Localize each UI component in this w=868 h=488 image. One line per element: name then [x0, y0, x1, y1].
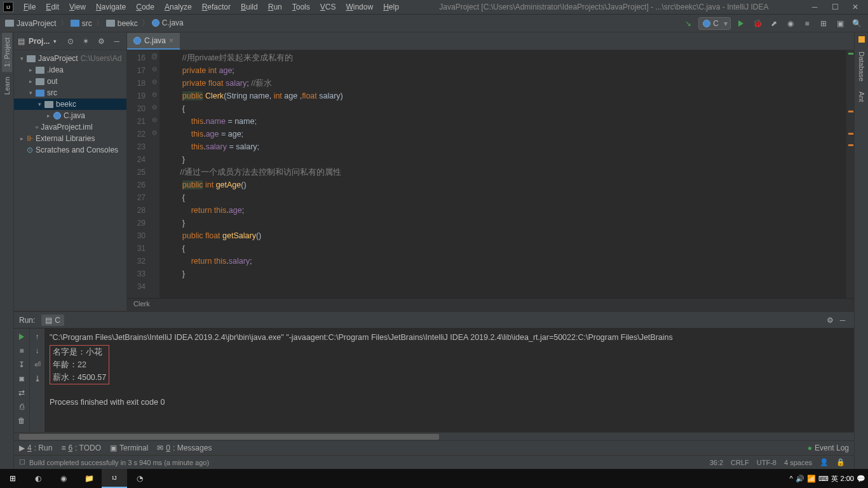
- editor-body[interactable]: 16171819202122232425262728293031323334 @…: [127, 50, 854, 298]
- tree-item-javaprojectiml[interactable]: ▫JavaProject.iml: [14, 121, 126, 133]
- system-tray[interactable]: ^ 🔊 📶 ⌨ 英 2:00 💬: [789, 474, 868, 484]
- menu-edit[interactable]: Edit: [42, 1, 63, 13]
- settings-icon[interactable]: ⚙: [95, 35, 107, 48]
- run-hide-icon[interactable]: ─: [836, 314, 849, 327]
- run-config-select[interactable]: C: [698, 17, 731, 30]
- side-tab-learn[interactable]: Learn: [2, 72, 12, 100]
- tree-item-scratchesandconsoles[interactable]: ⊙Scratches and Consoles: [14, 144, 126, 156]
- explorer-icon[interactable]: 📁: [76, 469, 102, 488]
- bottom-tab-terminal[interactable]: ▣ Terminal: [110, 444, 148, 452]
- up-arrow-icon[interactable]: ↑: [32, 331, 43, 342]
- gutter-marks: @⊖⊖⊖⊖⊖⊖: [149, 50, 159, 298]
- side-tab-database[interactable]: Database: [857, 46, 867, 86]
- line-ending[interactable]: CRLF: [731, 459, 749, 466]
- project-tree[interactable]: ▾JavaProject C:\Users\Ad▸.idea▸out▾src▾b…: [14, 50, 126, 158]
- bottom-tab-6todo[interactable]: ≡ 6: TODO: [61, 444, 101, 452]
- stop-icon[interactable]: ■: [16, 345, 27, 356]
- indent[interactable]: 4 spaces: [784, 459, 812, 466]
- down-icon[interactable]: ↧: [16, 359, 27, 370]
- breadcrumb-c.java[interactable]: C.java: [152, 18, 184, 27]
- delete-icon[interactable]: 🗑: [16, 415, 27, 426]
- bottom-tab-0messages[interactable]: ✉ 0: Messages: [157, 444, 212, 452]
- down-arrow-icon[interactable]: ↓: [32, 345, 43, 356]
- side-tab-ant[interactable]: Ant: [857, 86, 867, 107]
- lock-icon[interactable]: 🔒: [836, 458, 845, 466]
- rerun-icon[interactable]: [16, 331, 27, 342]
- chrome-icon[interactable]: ◉: [51, 469, 76, 488]
- profile-button[interactable]: ◉: [784, 17, 797, 30]
- keyboard-icon[interactable]: ⌨: [818, 475, 829, 483]
- volume-icon[interactable]: 🔊: [796, 475, 804, 483]
- expand-icon[interactable]: ✶: [80, 35, 92, 48]
- menu-build[interactable]: Build: [237, 1, 262, 13]
- ime-indicator[interactable]: 英: [831, 474, 838, 484]
- breadcrumb-src[interactable]: src〉: [71, 18, 105, 29]
- build-hammer-icon[interactable]: ↘: [682, 17, 695, 30]
- tree-item-cjava[interactable]: ▸C.java: [14, 110, 126, 121]
- debug-button[interactable]: 🐞: [751, 17, 764, 30]
- bottom-tab-4run[interactable]: ▶ 4: Run: [19, 444, 52, 452]
- code-area[interactable]: //用private封装起来变成私有的 private int age; pri…: [159, 50, 846, 298]
- wrap-icon[interactable]: ⏎: [32, 359, 43, 370]
- stop-button[interactable]: ■: [801, 17, 813, 30]
- cortana-icon[interactable]: ◐: [25, 469, 51, 488]
- caret-position[interactable]: 36:2: [710, 459, 723, 466]
- menu-view[interactable]: View: [65, 1, 90, 13]
- hide-icon[interactable]: ─: [111, 35, 123, 48]
- export-icon[interactable]: ⎙: [16, 401, 27, 412]
- tree-item-beekc[interactable]: ▾beekc: [14, 98, 126, 110]
- menu-refactor[interactable]: Refactor: [198, 1, 234, 13]
- breadcrumb-javaproject[interactable]: JavaProject〉: [5, 18, 69, 29]
- network-icon[interactable]: 📶: [807, 475, 816, 483]
- vcs-update-icon[interactable]: ⊞: [817, 17, 830, 30]
- coverage-button[interactable]: ⬈: [768, 17, 780, 30]
- menu-code[interactable]: Code: [132, 1, 158, 13]
- tree-item-idea[interactable]: ▸.idea: [14, 64, 126, 76]
- inspector-icon[interactable]: 👤: [820, 458, 829, 466]
- java-file-icon: [133, 37, 141, 44]
- minimize-button[interactable]: ─: [805, 1, 824, 13]
- editor-tab-cjava[interactable]: C.java ×: [127, 33, 180, 50]
- run-settings-icon[interactable]: ⚙: [824, 314, 836, 327]
- status-icon[interactable]: ☐: [19, 458, 25, 466]
- tree-item-out[interactable]: ▸out: [14, 76, 126, 87]
- run-scrollbar[interactable]: [14, 432, 854, 440]
- project-structure-icon[interactable]: ▣: [834, 17, 846, 30]
- run-config-tab[interactable]: ▤ C: [41, 315, 64, 326]
- scroll-icon[interactable]: ⤓: [32, 373, 43, 384]
- encoding[interactable]: UTF-8: [757, 459, 776, 466]
- status-bar: ☐ Build completed successfully in 3 s 94…: [14, 455, 854, 469]
- tree-item-javaproject[interactable]: ▾JavaProject C:\Users\Ad: [14, 53, 126, 64]
- menu-vcs[interactable]: VCS: [316, 1, 340, 13]
- close-tab-icon[interactable]: ×: [169, 36, 173, 45]
- menu-file[interactable]: File: [20, 1, 39, 13]
- tray-up-icon[interactable]: ^: [789, 475, 792, 482]
- terminal-icon[interactable]: ◔: [127, 469, 153, 488]
- notifications-icon[interactable]: 💬: [857, 475, 865, 483]
- maximize-button[interactable]: ☐: [825, 1, 844, 13]
- menu-run[interactable]: Run: [264, 1, 286, 13]
- close-button[interactable]: ✕: [846, 1, 865, 13]
- breadcrumb-beekc[interactable]: beekc〉: [106, 18, 151, 29]
- menu-navigate[interactable]: Navigate: [92, 1, 130, 13]
- tree-item-externallibraries[interactable]: ▸⊪External Libraries: [14, 133, 126, 144]
- run-output[interactable]: "C:\Program Files\JetBrains\IntelliJ IDE…: [44, 329, 854, 432]
- intellij-taskbar-icon[interactable]: IJ: [102, 469, 127, 488]
- locate-icon[interactable]: ⊙: [64, 35, 76, 48]
- menu-analyze[interactable]: Analyze: [161, 1, 196, 13]
- clock[interactable]: 2:00: [841, 475, 854, 482]
- run-button[interactable]: [735, 17, 747, 30]
- menu-window[interactable]: Window: [342, 1, 377, 13]
- search-icon[interactable]: 🔍: [850, 17, 863, 30]
- start-button[interactable]: ⊞: [0, 469, 25, 488]
- capture-icon[interactable]: ◙: [16, 373, 27, 384]
- error-stripe[interactable]: [846, 50, 854, 298]
- run-title: Run:: [19, 316, 35, 325]
- menu-tools[interactable]: Tools: [288, 1, 314, 13]
- side-tab-1project[interactable]: 1: Project: [2, 32, 12, 72]
- editor-breadcrumb[interactable]: Clerk: [127, 298, 854, 311]
- menu-help[interactable]: Help: [379, 1, 403, 13]
- event-log-tab[interactable]: ● Event Log: [808, 444, 849, 452]
- tree-item-src[interactable]: ▾src: [14, 87, 126, 98]
- layout-icon[interactable]: ⇄: [16, 387, 27, 398]
